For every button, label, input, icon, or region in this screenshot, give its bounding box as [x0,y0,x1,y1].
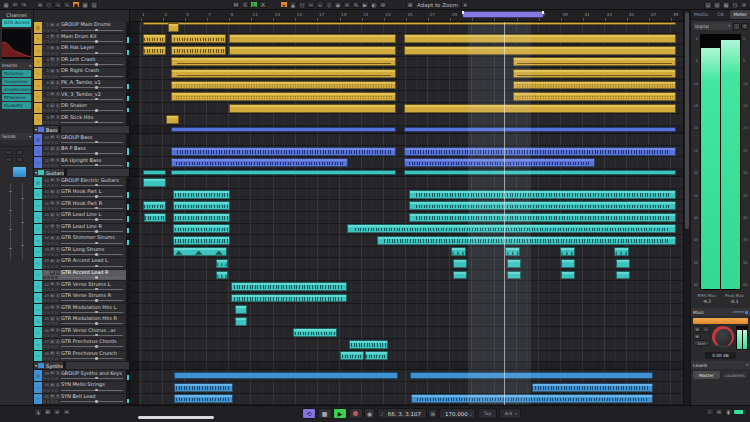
monitor-button[interactable] [47,253,50,256]
volume-slider[interactable] [61,335,123,336]
audio-event[interactable] [451,247,466,256]
track-color-tab[interactable]: ∿ [34,316,42,327]
monitor-button[interactable] [47,389,50,392]
volume-slider-thumb[interactable] [95,288,98,291]
audio-event[interactable] [174,372,398,379]
track-row-gtr-accent-lead-r[interactable]: ∿21MSGTR Accent Lead R [34,270,129,282]
track-color-tab[interactable]: ∿ [34,114,42,125]
monitor-button[interactable] [47,109,50,112]
volume-slider[interactable] [61,219,123,220]
volume-slider[interactable] [61,208,123,209]
midi-activity-icon[interactable]: ♪ [706,408,714,415]
solo-button[interactable]: S [56,115,61,120]
audio-event[interactable] [171,81,396,90]
range-selection-tool[interactable]: ◻ [298,1,306,8]
track-lane-dr-hat-layer[interactable] [130,45,683,57]
solo-button[interactable]: S [56,201,61,206]
volume-slider-thumb[interactable] [95,52,98,55]
track-color-tab[interactable]: ∿ [34,327,42,338]
edit-channel-button[interactable] [51,265,54,268]
audio-event[interactable] [410,372,652,379]
volume-slider[interactable] [61,358,123,359]
record-enable-button[interactable] [43,63,46,66]
audio-event[interactable] [349,340,388,349]
audio-event[interactable] [404,127,676,132]
track-color-tab[interactable]: ∿ [34,235,42,246]
volume-slider[interactable] [61,41,123,42]
audio-event[interactable] [174,394,233,403]
record-enable-button[interactable] [43,265,46,268]
mute-button[interactable]: M [50,135,55,140]
track-color-tab[interactable]: ∿ [34,212,42,223]
monitor-button[interactable] [47,98,50,101]
audio-event[interactable] [404,147,676,156]
automation-button[interactable] [55,164,58,167]
automation-button[interactable] [55,29,58,32]
timeline-ruler[interactable]: 1357911131517192123252729313335373941434… [130,10,683,22]
track-lane-gtr-hook-part-r[interactable] [130,200,683,212]
object-selection-tool[interactable]: ▲ [289,1,297,8]
monitor-button[interactable] [47,29,50,32]
edit-channel-button[interactable] [51,253,54,256]
volume-slider[interactable] [61,346,123,347]
lanes-icon[interactable]: ▤ [90,1,98,8]
edit-channel-button[interactable] [51,184,54,187]
automation-button[interactable] [55,230,58,233]
track-lane-gtr-hook-part-l[interactable] [130,189,683,201]
monitor-button[interactable] [47,75,50,78]
volume-slider-thumb[interactable] [95,377,98,380]
audio-event[interactable] [235,317,247,326]
track-color-tab[interactable]: ▥ [34,370,42,381]
track-lane-gtr-long-strums[interactable] [130,247,683,259]
solo-button[interactable]: S [56,158,61,163]
volume-slider[interactable] [61,312,123,313]
record-enable-button[interactable] [43,253,46,256]
track-color-tab[interactable]: ∿ [34,394,42,405]
volume-slider[interactable] [61,266,123,267]
audio-event[interactable] [409,201,676,210]
mute-button[interactable]: M [50,57,55,62]
undo-icon[interactable]: ↶ [11,1,19,8]
track-row-main-drum-kit[interactable]: ∿2MSMain Drum Kit [34,34,129,46]
mute-button[interactable]: M [50,328,55,333]
edit-channel-button[interactable] [51,377,54,380]
solo-button[interactable]: S [56,339,61,344]
audio-event[interactable] [561,259,575,268]
track-row-dr-hat-layer[interactable]: ∿3MSDR Hat Layer [34,45,129,57]
track-row-group-electric-guitars[interactable]: ▥13MSGROUP Electric Guitars [34,177,129,189]
volume-slider[interactable] [61,289,123,290]
track-row-gtr-hook-part-l[interactable]: ∿14MSGTR Hook Part L [34,189,129,201]
mute-button[interactable]: M [50,103,55,108]
volume-slider-thumb[interactable] [95,98,98,101]
volume-slider[interactable] [61,231,123,232]
track-lane-main-drum-kit[interactable] [130,34,683,46]
mute-button[interactable]: M [50,146,55,151]
record-enable-button[interactable] [43,377,46,380]
record-enable-button[interactable] [43,109,46,112]
monitor-button[interactable] [47,40,50,43]
track-color-tab[interactable]: ∿ [34,57,42,68]
automation-button[interactable] [55,265,58,268]
edit-channel-button[interactable] [51,141,54,144]
audio-event[interactable] [560,247,575,256]
record-button[interactable] [349,408,363,419]
monitor-button[interactable] [47,299,50,302]
mute-button[interactable]: M [50,394,55,399]
edit-channel-button[interactable] [51,152,54,155]
track-color-tab[interactable]: ∿ [34,200,42,211]
track-lane-syn-mello-strings[interactable] [130,382,683,394]
split-tool[interactable]: ✂ [307,1,315,8]
track-row-gtr-lead-line-l[interactable]: ∿16MSGTR Lead Line L [34,212,129,224]
solo-button[interactable]: S [56,92,61,97]
monitor-button[interactable] [47,63,50,66]
audio-event[interactable] [453,259,467,268]
automation-button[interactable] [55,288,58,291]
edit-channel-button[interactable] [51,40,54,43]
track-row-bass[interactable]: ▾Bass [34,126,129,134]
audio-event[interactable] [216,259,229,268]
track-color-tab[interactable]: ∿ [34,382,42,393]
audio-event[interactable] [532,383,653,392]
edit-channel-button[interactable] [51,311,54,314]
edit-channel-button[interactable] [51,75,54,78]
volume-fader-handle[interactable] [13,167,26,177]
